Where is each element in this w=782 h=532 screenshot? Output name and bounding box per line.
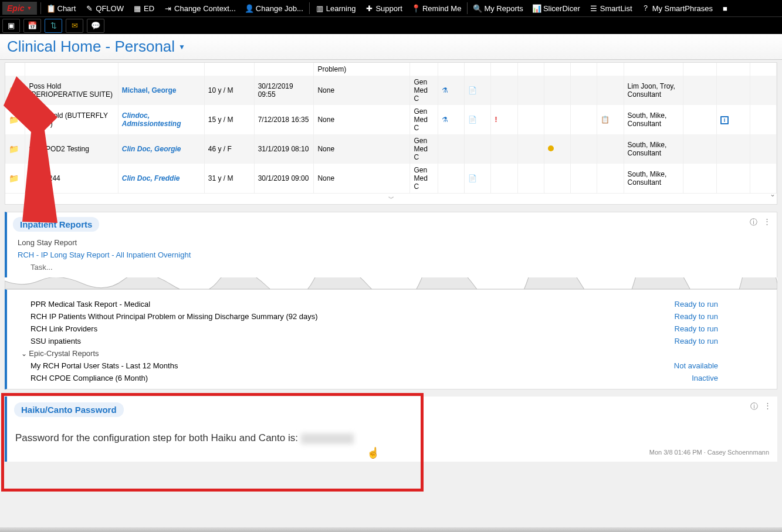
pencil-icon: ✎ [85, 4, 93, 12]
age-sex-cell: 15 y / M [204, 105, 254, 134]
app-toolbar: Epic▼ 📋Chart ✎QFLOW ▦ED ⇥Change Context.… [0, 0, 782, 16]
toolbar-slicer-dicer[interactable]: 📊SlicerDicer [528, 3, 585, 14]
grid-icon: ▦ [133, 4, 141, 12]
flask-icon[interactable]: ⚗ [442, 116, 448, 124]
toolbar-learning[interactable]: ▥Learning [311, 3, 361, 14]
page-title-bar: Clinical Home - Personal ▼ [0, 34, 782, 60]
report-label: RCH CPOE Compliance (6 Month) [31, 374, 148, 382]
report-status-link[interactable]: Ready to run [675, 324, 771, 333]
calendar-button[interactable]: 📅 [23, 19, 41, 33]
provider-cell: South, Mike, Consultant [624, 164, 683, 193]
folder-icon: 📁 [9, 144, 19, 154]
datetime-cell: 7/12/2018 16:35 [254, 105, 314, 134]
location-cell: SGlid-244 [25, 164, 118, 193]
report-row[interactable]: RCH Link ProvidersReady to run [13, 323, 771, 335]
provider-cell: South, Mike, Consultant [624, 134, 683, 164]
datetime-cell: 30/1/2019 09:00 [254, 164, 314, 193]
status-dot-icon [548, 145, 554, 151]
report-status-link[interactable]: Ready to run [675, 300, 771, 309]
report-row[interactable]: PPR Medical Task Report - MedicalReady t… [13, 298, 771, 310]
report-group-label: Long Stay Report [13, 236, 771, 249]
toolbar-smartlist[interactable]: ☰SmartList [585, 3, 637, 14]
note-icon[interactable]: 📄 [468, 116, 477, 124]
info-badge[interactable]: I [720, 116, 729, 124]
patient-list-table: Problem) 📁Poss Hold (PERIOPERATIVE SUITE… [5, 62, 777, 205]
toolbar-my-smartphrases[interactable]: ？My SmartPhrases [637, 3, 717, 14]
report-row[interactable]: RCH IP Patients Without Principal Proble… [13, 310, 771, 323]
patient-name-link[interactable]: Michael, George [122, 86, 177, 94]
note-icon[interactable]: 📄 [468, 86, 477, 94]
report-group-toggle[interactable]: Epic-Crystal Reports [13, 347, 771, 360]
clipboard-icon[interactable]: 📋 [601, 116, 610, 124]
folder-icon: 📁 [9, 174, 19, 183]
note-icon[interactable]: 📄 [468, 174, 477, 182]
chat-button[interactable]: 💬 [87, 19, 104, 33]
chevron-down-icon: ▼ [178, 43, 185, 51]
haiku-canto-panel: Haiku/Canto Password ⓘ ⋮ Password for th… [5, 397, 777, 462]
inbox-button[interactable]: ✉ [66, 19, 83, 33]
video-icon[interactable]: ■ [721, 4, 729, 12]
report-link[interactable]: RCH - IP Long Stay Report - All Inpatien… [18, 250, 191, 259]
mouse-cursor: ☝ [367, 446, 380, 459]
toolbar-remind-me[interactable]: 📍Remind Me [407, 3, 466, 14]
tasks-icon: ⇅ [50, 21, 57, 30]
table-row[interactable]: 📁Surg POD2 TestingClin Doc, Georgie46 y … [5, 134, 777, 164]
more-icon[interactable]: ⋮ [763, 217, 771, 228]
location-cell: Poss Hold (PERIOPERATIVE SUITE) [25, 76, 118, 105]
patient-name-link[interactable]: Clin Doc, Georgie [122, 145, 181, 153]
report-label: RCH IP Patients Without Principal Proble… [31, 312, 318, 321]
expand-table-button[interactable]: ︾ [5, 193, 777, 204]
age-sex-cell: 10 y / M [204, 76, 254, 105]
toolbar-chart[interactable]: 📋Chart [42, 3, 81, 14]
report-label: My RCH Portal User Stats - Last 12 Month… [31, 361, 178, 370]
chat-icon: 💬 [91, 21, 100, 30]
report-status-link[interactable]: Inactive [692, 374, 771, 382]
toolbar-qflow[interactable]: ✎QFLOW [80, 3, 128, 14]
tasks-button[interactable]: ⇅ [45, 19, 62, 33]
info-icon[interactable]: ⓘ [750, 401, 758, 412]
info-icon[interactable]: ⓘ [750, 217, 757, 228]
datetime-cell: 31/1/2019 08:10 [254, 134, 314, 164]
person-icon: 👤 [245, 4, 253, 12]
more-icon[interactable]: ⋮ [764, 401, 771, 412]
toolbar-support[interactable]: ✚Support [360, 3, 407, 14]
exit-icon: ⇥ [164, 4, 172, 12]
toolbar-ed[interactable]: ▦ED [128, 3, 159, 14]
report-status-link[interactable]: Ready to run [675, 312, 771, 321]
service-cell: Gen Med C [410, 134, 438, 164]
table-row[interactable]: 📁Poss Hold (PERIOPERATIVE SUITE)Michael,… [5, 76, 777, 105]
panel-title: Inpatient Reports [13, 217, 99, 232]
table-row[interactable]: 📁SGlid-244Clin Doc, Freddie31 y / M30/1/… [5, 164, 777, 193]
patient-name-link[interactable]: Clindoc, Admissiontesting [122, 111, 181, 128]
alert-icon[interactable]: ! [495, 116, 497, 124]
toolbar-change-context[interactable]: ⇥Change Context... [159, 3, 241, 14]
patient-name-link[interactable]: Clin Doc, Freddie [122, 174, 180, 182]
dashboard-button[interactable]: ▣ [2, 19, 20, 33]
toolbar-my-reports[interactable]: 🔍My Reports [469, 3, 527, 14]
service-cell: Gen Med C [410, 105, 438, 134]
report-label: RCH Link Providers [31, 324, 97, 333]
toolbar-change-job[interactable]: 👤Change Job... [241, 3, 308, 14]
report-row[interactable]: My RCH Portal User Stats - Last 12 Month… [13, 360, 771, 372]
dashboard-icon: ▣ [8, 21, 15, 30]
table-row[interactable]: 📁Posel Hold (BUTTERFLY WARD)Clindoc, Adm… [5, 105, 777, 134]
page-title[interactable]: Clinical Home - Personal ▼ [7, 38, 185, 56]
search-icon: 🔍 [473, 4, 482, 12]
report-status-link[interactable]: Not available [674, 361, 771, 370]
problem-cell: None [314, 76, 410, 105]
age-sex-cell: 31 y / M [204, 164, 254, 193]
report-row[interactable]: RCH CPOE Compliance (6 Month)Inactive [13, 372, 771, 384]
service-cell: Gen Med C [410, 76, 438, 105]
text-fragment: Task... [13, 261, 771, 273]
chevron-down-icon: ▼ [27, 5, 32, 11]
panel-title: Haiku/Canto Password [14, 402, 124, 417]
report-status-link[interactable]: Ready to run [675, 337, 771, 345]
column-header-problem[interactable]: Problem) [314, 63, 410, 76]
inbox-icon: ✉ [72, 21, 78, 30]
epic-menu-button[interactable]: Epic▼ [2, 2, 37, 15]
flask-icon[interactable]: ⚗ [442, 86, 448, 94]
report-row[interactable]: SSU inpatientsReady to run [13, 335, 771, 347]
folder-icon: 📁 [9, 86, 19, 95]
scroll-down-button[interactable]: ⌄ [770, 190, 776, 198]
location-cell: Posel Hold (BUTTERFLY WARD) [25, 105, 118, 134]
